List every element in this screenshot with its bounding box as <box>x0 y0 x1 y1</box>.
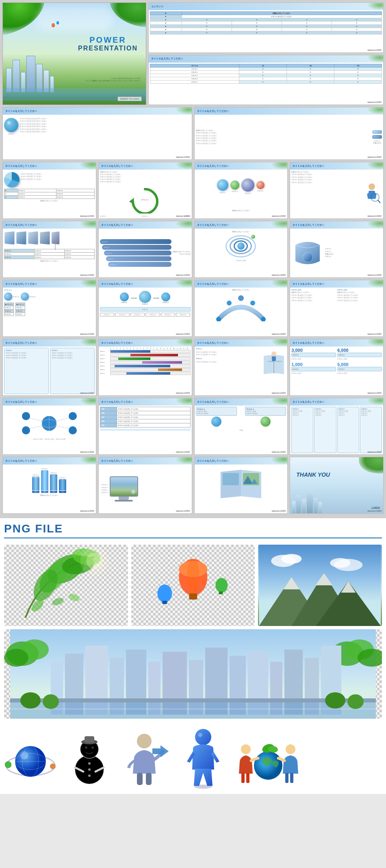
png-globe-chain <box>4 733 57 790</box>
slide-two-textboxes[interactable]: タイトルを入力してください テキスト テキストを入力してください テキストを入力… <box>2 339 96 396</box>
svg-point-2 <box>369 183 375 190</box>
thank-you-logo: LOGO <box>371 506 380 509</box>
slide-cylinders[interactable]: タイトルを入力してください テキスト テキスト <box>2 457 96 514</box>
png-icons-row <box>4 725 382 790</box>
svg-point-73 <box>4 649 28 667</box>
svg-rect-56 <box>162 601 167 604</box>
table-variant-body: タイトルコ1コ2コ3 テキストテテテ テキストテテテ テキストテテテ テキストテ… <box>149 63 383 105</box>
slide-person-magnify[interactable]: タイトルを入力してください 内容を入力してください テキストを入力してください … <box>290 162 384 219</box>
svg-point-101 <box>5 761 11 768</box>
slide-four-columns[interactable]: タイトルを入力してください テキスト テキスト入力テキストテキスト テキスト テ… <box>290 398 384 455</box>
svg-rect-118 <box>85 736 94 743</box>
row3: タイトルを入力してください テキストを入力してください テキストを入力してくださ… <box>2 162 384 219</box>
svg-line-34 <box>56 426 69 428</box>
slide-gantt[interactable]: タイトルを入力してください 1 2 3 4 5 6 7 8 <box>98 339 192 396</box>
svg-rect-58 <box>219 591 223 594</box>
row2-wide: タイトルを入力してください テキスト テキストを入力,入力,入力てください テキ… <box>2 107 384 160</box>
slide-arch-diagram[interactable]: タイトルを入力してください 内容を入力してください <box>194 280 288 337</box>
svg-rect-136 <box>290 773 293 783</box>
hero-slide[interactable]: POWER PRESENTATION こちらにお文が入力できるボックスです。 フ… <box>2 2 146 105</box>
slide-table-text[interactable]: タイトルを入力してください 内容 テキストを入力してください 内容 テキストを入… <box>98 398 192 455</box>
svg-point-102 <box>50 763 56 769</box>
svg-point-67 <box>282 554 302 564</box>
slide-book-icons[interactable]: タイトルを入力してください テキストテキストテキスト テキストテキストテキスト … <box>2 221 96 278</box>
svg-point-29 <box>22 426 30 434</box>
svg-point-27 <box>22 412 30 420</box>
svg-marker-122 <box>152 745 169 757</box>
svg-point-12 <box>238 295 244 301</box>
slide-monitor[interactable]: タイトルを入力してください ・テキスト ・テキスト ・テキスト ・テキスト <box>98 457 192 514</box>
slide-stats[interactable]: タイトルを入力してください 3,000 テキスト テキスト入力 6,000 テキ… <box>290 339 384 396</box>
png-mountain <box>258 545 382 626</box>
svg-point-131 <box>241 744 251 754</box>
svg-point-30 <box>69 426 77 434</box>
slide-table-title: タイトルを入力してください <box>151 57 183 61</box>
svg-rect-52 <box>189 593 197 600</box>
png-leaves <box>4 545 128 626</box>
hero-subtitle: こちらにお文が入力できるボックスです。 フォントの選択さらびに文字を使ってテキス… <box>85 77 142 82</box>
row7: タイトルを入力してください <box>2 398 384 455</box>
svg-point-127 <box>194 785 212 789</box>
slide-worldmap[interactable]: タイトルを入力してください <box>2 398 96 455</box>
slide-open-book[interactable]: タイトルを入力してください www.ez-LOGO <box>194 457 288 514</box>
svg-line-32 <box>56 418 69 421</box>
logo-placeholder: INSERT TO LOGO <box>117 96 142 101</box>
svg-rect-133 <box>246 773 249 783</box>
svg-point-95 <box>20 692 41 709</box>
svg-rect-93 <box>10 702 376 719</box>
row8: タイトルを入力してください テキスト テキスト <box>2 457 384 514</box>
slide-pie-list[interactable]: タイトルを入力してください テキストを入力してください テキストを入力してくださ… <box>2 162 96 219</box>
slide-sphere-diagram[interactable]: タイトルを入力してください テキスト テキストを入力,入力,入力てください テキ… <box>2 107 192 160</box>
slide-textbox-arrows[interactable]: タイトルを入力してください 内容を入力してください テキストを入力してください … <box>194 107 384 160</box>
svg-marker-0 <box>129 196 136 204</box>
slide-two-cards[interactable]: タイトルを入力してください テキスト テキスト入力 テキストを入力 → <box>194 398 288 455</box>
row1: POWER PRESENTATION こちらにお文が入力できるボックスです。 フ… <box>2 2 384 105</box>
svg-point-69 <box>330 558 351 568</box>
svg-rect-132 <box>241 773 245 783</box>
slide-thank-you[interactable]: THANK YOU LOGO www.ez-LOGO <box>290 457 384 514</box>
svg-point-11 <box>227 301 232 305</box>
slides-section: POWER PRESENTATION こちらにお文が入力できるボックスです。 フ… <box>0 0 386 518</box>
row4: タイトルを入力してください テキストテキストテキスト テキストテキストテキスト … <box>2 221 384 278</box>
slide-bubbles[interactable]: タイトルを入力してください テキスト テキスト テキスト テ <box>194 162 288 219</box>
png-blue-figure <box>179 725 228 790</box>
slide-globes-connected[interactable]: タイトルを入力してください テキスト テキスト <box>98 280 192 337</box>
slide-header-contents: コンテンツ <box>149 3 383 10</box>
svg-point-110 <box>88 762 91 765</box>
slide-funnel[interactable]: タイトルを入力してください テキスト テキスト テキスト テキスト テキスト 内… <box>98 221 192 278</box>
slide-header-sphere: タイトルを入力してください <box>3 107 192 115</box>
svg-point-48 <box>80 547 108 575</box>
svg-point-116 <box>91 746 94 749</box>
svg-point-28 <box>69 412 77 420</box>
svg-text:テキスト: テキスト <box>141 198 149 201</box>
right-col-row1: コンテンツ ★内容を入力してください ★テキストを入力してください ★テテテテ … <box>148 2 384 105</box>
svg-rect-123 <box>137 773 143 785</box>
slide-table-variant[interactable]: タイトルを入力してください タイトルコ1コ2コ3 テキストテテテ テキストテテテ… <box>148 55 384 105</box>
slide-cycle-arrows[interactable]: タイトルを入力してください 内容を入力してください テキストを入力してください … <box>98 162 192 219</box>
svg-rect-92 <box>10 698 376 702</box>
watermark-2: www.ez-LOGO <box>367 101 382 103</box>
slide-spheres-text[interactable]: タイトルを入力してください テキスト テキスト テキスト <box>2 280 96 337</box>
row5: タイトルを入力してください テキスト テキスト テキスト <box>2 280 384 337</box>
slide-concentric[interactable]: タイトルを入力してください 内容を入力してください テキスト入力 www.ez-… <box>194 221 288 278</box>
watermark-1: www.ez-LOGO <box>367 49 382 51</box>
svg-text:テキスト: テキスト <box>276 360 282 362</box>
svg-point-21 <box>271 351 276 356</box>
svg-point-125 <box>195 729 211 745</box>
svg-point-97 <box>325 692 345 709</box>
png-city-row <box>4 629 382 719</box>
svg-line-33 <box>30 426 42 428</box>
slide-text-columns[interactable]: タイトルを入力してください テキスト入力 内容を入力してください テキストを入力… <box>290 280 384 337</box>
slide-curved-page[interactable]: タイトルを入力してください <box>290 221 384 278</box>
svg-point-57 <box>215 578 228 593</box>
svg-point-134 <box>286 744 295 754</box>
row6: タイトルを入力してください テキスト テキストを入力してください テキストを入力… <box>2 339 384 396</box>
svg-point-55 <box>157 584 172 602</box>
slide-layered-cards[interactable]: タイトルを入力してください テキスト テキストを入力してください テキストを入力… <box>194 339 288 396</box>
leaves-deco <box>367 3 383 10</box>
svg-point-46 <box>67 593 80 603</box>
svg-point-45 <box>51 596 65 606</box>
thank-you-title: THANK YOU <box>296 471 330 478</box>
slide-contents[interactable]: コンテンツ ★内容を入力してください ★テキストを入力してください ★テテテテ … <box>148 2 384 53</box>
svg-point-96 <box>43 694 59 709</box>
